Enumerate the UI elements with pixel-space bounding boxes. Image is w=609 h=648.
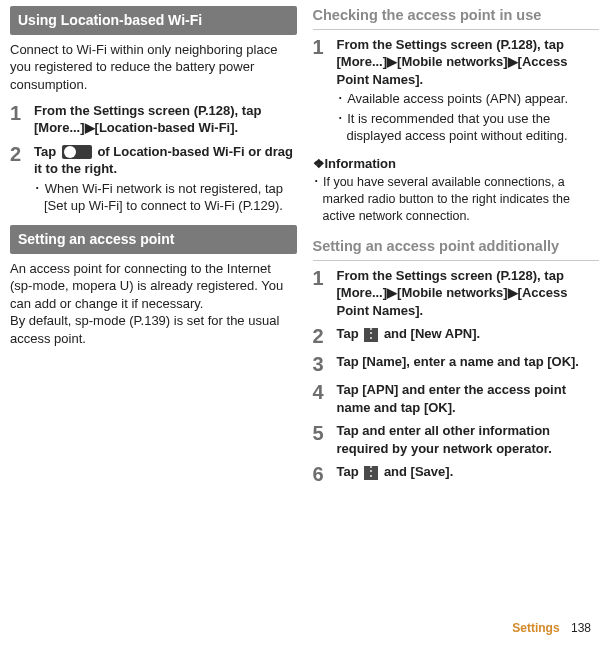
menu-overflow-icon bbox=[364, 466, 378, 480]
body-text: An access point for connecting to the In… bbox=[10, 260, 297, 348]
step-number: 3 bbox=[313, 353, 337, 375]
step-instruction: Tap [Name], enter a name and tap [OK]. bbox=[337, 354, 579, 369]
step-row: 2 Tap and [New APN]. bbox=[313, 325, 600, 347]
step-row: 1 From the Settings screen (P.128), tap … bbox=[313, 267, 600, 320]
right-column: Checking the access point in use 1 From … bbox=[313, 6, 600, 620]
toggle-off-icon bbox=[62, 145, 92, 159]
step-body: Tap of Location-based Wi-Fi or drag it t… bbox=[34, 143, 297, 215]
step-number: 5 bbox=[313, 422, 337, 444]
footer-section-label: Settings bbox=[512, 621, 559, 635]
step-instruction-part-a: Tap bbox=[337, 326, 363, 341]
info-item: If you have several available connection… bbox=[313, 174, 600, 225]
info-heading: ❖Information bbox=[313, 155, 600, 173]
step-row: 5 Tap and enter all other information re… bbox=[313, 422, 600, 457]
left-column: Using Location-based Wi-Fi Connect to Wi… bbox=[10, 6, 297, 620]
menu-overflow-icon bbox=[364, 328, 378, 342]
page: Using Location-based Wi-Fi Connect to Wi… bbox=[0, 0, 609, 620]
sub-heading-check-ap: Checking the access point in use bbox=[313, 6, 600, 30]
page-number: 138 bbox=[571, 621, 591, 635]
step-instruction: From the Settings screen (P.128), tap [M… bbox=[34, 103, 261, 136]
step-number: 1 bbox=[313, 267, 337, 289]
step-instruction-part-b: and [Save]. bbox=[384, 464, 453, 479]
step-row: 1 From the Settings screen (P.128), tap … bbox=[313, 36, 600, 145]
step-instruction-part-b: and [New APN]. bbox=[384, 326, 480, 341]
step-instruction-part-a: Tap bbox=[34, 144, 60, 159]
step-row: 6 Tap and [Save]. bbox=[313, 463, 600, 485]
intro-text: Connect to Wi-Fi within only neighboring… bbox=[10, 41, 297, 94]
section-title-location-wifi: Using Location-based Wi-Fi bbox=[10, 6, 297, 35]
step-instruction-part-a: Tap bbox=[337, 464, 363, 479]
step-instruction: From the Settings screen (P.128), tap [M… bbox=[337, 37, 568, 87]
step-body: From the Settings screen (P.128), tap [M… bbox=[34, 102, 297, 137]
section-title-setting-ap: Setting an access point bbox=[10, 225, 297, 254]
step-number: 1 bbox=[313, 36, 337, 58]
step-body: From the Settings screen (P.128), tap [M… bbox=[337, 36, 600, 145]
sub-heading-add-ap: Setting an access point additionally bbox=[313, 237, 600, 261]
step-number: 2 bbox=[10, 143, 34, 165]
footer: Settings 138 bbox=[0, 620, 609, 636]
step-row: 3 Tap [Name], enter a name and tap [OK]. bbox=[313, 353, 600, 375]
step-number: 4 bbox=[313, 381, 337, 403]
step-row: 2 Tap of Location-based Wi-Fi or drag it… bbox=[10, 143, 297, 215]
step-row: 1 From the Settings screen (P.128), tap … bbox=[10, 102, 297, 137]
step-number: 2 bbox=[313, 325, 337, 347]
step-instruction: From the Settings screen (P.128), tap [M… bbox=[337, 268, 568, 318]
step-number: 6 bbox=[313, 463, 337, 485]
step-number: 1 bbox=[10, 102, 34, 124]
step-note: When Wi-Fi network is not registered, ta… bbox=[34, 180, 297, 215]
step-note: Available access points (APN) appear. bbox=[337, 90, 600, 108]
step-instruction: Tap [APN] and enter the access point nam… bbox=[337, 382, 566, 415]
step-row: 4 Tap [APN] and enter the access point n… bbox=[313, 381, 600, 416]
step-note: It is recommended that you use the displ… bbox=[337, 110, 600, 145]
step-instruction: Tap and enter all other information requ… bbox=[337, 423, 552, 456]
